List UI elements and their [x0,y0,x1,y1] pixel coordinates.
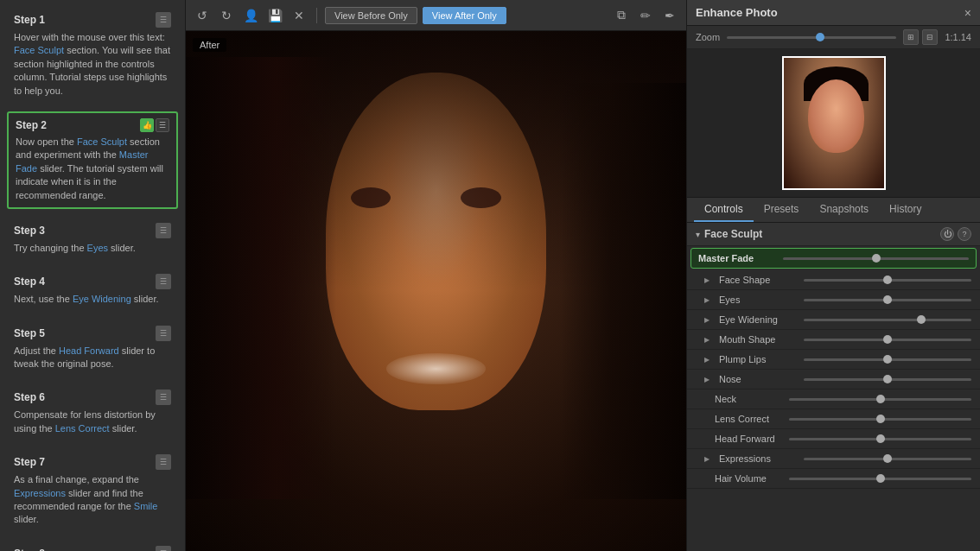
link-smile[interactable]: Smile [134,501,158,511]
hair-volume-thumb [876,474,885,483]
step-block-3: Step 3☰Try changing the Eyes slider. [7,218,178,260]
face-shape-label: Face Shape [719,275,797,285]
undo-button[interactable]: ↺ [193,6,212,25]
layers-button[interactable]: ⧉ [612,6,631,25]
main-image-area: After [186,31,686,551]
step-2-text: Now open the Face Sculpt section and exp… [16,136,169,202]
step-5-icon: ☰ [156,326,171,341]
help-button[interactable]: ? [958,227,971,241]
section-chevron: ▾ [696,230,700,239]
face-sculpt-section-header[interactable]: ▾ Face Sculpt ⏻ ? [687,223,980,246]
thumbnail-portrait [782,56,886,190]
step-8-icon: ☰ [156,546,171,551]
mouth-shape-track[interactable] [804,339,971,341]
step-1-icon: ☰ [156,12,171,28]
nose-thumb [883,375,892,383]
nose-expand: ▶ [704,376,710,383]
tab-snapshots[interactable]: Snapshots [809,198,879,222]
neck-track[interactable] [789,398,971,401]
hair-volume-track[interactable] [789,478,971,480]
step-6-text: Compensate for lens distortion by using … [14,408,171,435]
step-6-icon: ☰ [156,390,171,405]
step-7-title: Step 7 [14,456,45,468]
link-eyes[interactable]: Eyes [87,243,108,253]
slider-neck: Neck [687,390,980,409]
link-eye-widening[interactable]: Eye Widening [73,294,131,304]
pen-button[interactable]: ✏ [636,6,655,25]
zoom-label: Zoom [696,32,720,42]
expressions-track[interactable] [804,458,971,460]
step-4-text: Next, use the Eye Widening slider. [14,293,171,306]
zoom-ratio: 1:1.14 [945,32,971,42]
tab-controls[interactable]: Controls [694,198,754,222]
section-actions: ⏻ ? [940,227,971,241]
head-forward-track[interactable] [789,438,971,440]
plump-lips-label: Plump Lips [719,354,797,364]
controls-area: ▾ Face Sculpt ⏻ ? Master Fade ▶ Face Sha… [687,223,980,551]
image-toolbar: ↺ ↻ 👤 💾 ✕ View Before Only View After On… [186,0,686,31]
slider-mouth-shape: ▶ Mouth Shape [687,330,980,350]
head-forward-thumb [876,434,885,443]
step-3-title: Step 3 [14,225,45,237]
tab-history[interactable]: History [879,198,932,222]
step-3-header: Step 3☰ [14,223,171,238]
step-2-like-btn[interactable]: 👍 [140,118,154,132]
eye-widening-expand: ▶ [704,316,710,324]
plump-lips-track[interactable] [804,358,971,361]
zoom-slider[interactable] [727,36,896,39]
control-tabs: Controls Presets Snapshots History [687,198,980,223]
step-block-8: Step 8☰Try pressing the Flip to Before b… [7,541,178,551]
link-master-fade[interactable]: Master Fade [16,149,148,173]
power-button[interactable]: ⏻ [940,227,954,241]
after-badge: After [193,38,226,52]
step-2-menu-btn[interactable]: ☰ [156,118,169,132]
right-panel-header: Enhance Photo × [687,0,980,26]
step-1-title: Step 1 [14,14,45,26]
view-before-button[interactable]: View Before Only [325,7,417,24]
step-4-icon: ☰ [156,274,171,289]
link-head-forward[interactable]: Head Forward [59,345,119,356]
hair-left [186,57,336,499]
eye-widening-track[interactable] [804,319,971,321]
step-6-header: Step 6☰ [14,390,171,405]
hair-right [561,83,686,499]
step-3-icon: ☰ [156,223,171,238]
link-face-sculpt[interactable]: Face Sculpt [14,45,64,55]
plump-lips-thumb [883,355,892,364]
eye-widening-thumb [917,315,926,324]
step-8-header: Step 8☰ [14,546,171,551]
lens-correct-track[interactable] [789,418,971,421]
step-4-header: Step 4☰ [14,274,171,289]
toolbar-separator [316,8,317,23]
save-button[interactable]: 💾 [265,6,284,25]
tab-presets[interactable]: Presets [754,198,810,222]
view-after-button[interactable]: View After Only [423,7,506,24]
step-7-header: Step 7☰ [14,454,171,470]
right-controls-panel: Enhance Photo × Zoom ⊞ ⊟ 1:1.14 Controls… [686,0,980,551]
slider-eye-widening: ▶ Eye Widening [687,310,980,330]
link-lens-correct[interactable]: Lens Correct [55,423,110,434]
pen2-button[interactable]: ✒ [660,6,679,25]
zoom-bar: Zoom ⊞ ⊟ 1:1.14 [687,26,980,49]
link-expressions[interactable]: Expressions [14,488,66,498]
slider-master-fade: Master Fade [690,248,977,269]
step-2-header: Step 2👍☰ [16,118,169,132]
left-tutorial-panel: Step 1☰Hover with the mouse over this te… [0,0,186,551]
lens-correct-thumb [876,415,885,423]
step-2-icons: 👍☰ [140,118,169,132]
right-eye [461,187,500,208]
redo-button[interactable]: ↻ [217,6,236,25]
slider-eyes: ▶ Eyes [687,290,980,310]
close-button[interactable]: ✕ [290,6,309,25]
face-shape-track[interactable] [804,279,971,282]
nose-track[interactable] [804,378,971,381]
fit-icon[interactable]: ⊞ [903,29,919,45]
user-button[interactable]: 👤 [241,6,260,25]
link-face-sculpt[interactable]: Face Sculpt [77,136,127,147]
slider-expressions: ▶ Expressions [687,449,980,469]
crop-icon[interactable]: ⊟ [922,29,938,45]
center-image-panel: ↺ ↻ 👤 💾 ✕ View Before Only View After On… [186,0,686,551]
panel-close-button[interactable]: × [964,6,971,20]
eyes-track[interactable] [804,299,971,301]
master-fade-track[interactable] [783,257,969,260]
